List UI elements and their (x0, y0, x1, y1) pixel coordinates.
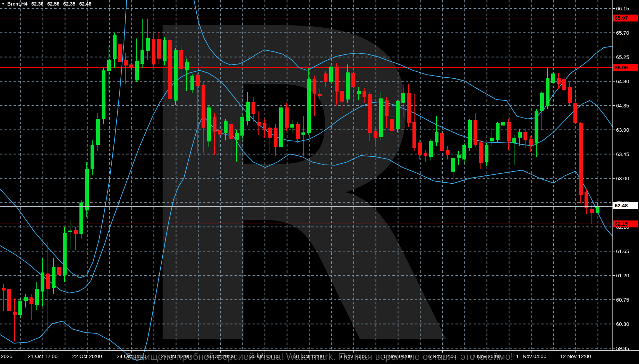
price-label: 63.00 (616, 175, 629, 181)
ohlc-open: 62.36 (31, 1, 43, 7)
ohlc-close: 62.48 (79, 1, 91, 7)
price-label: 60.75 (616, 297, 629, 303)
chart-header: ▼ Brent,H4 62.36 62.56 62.35 62.48 (1, 1, 91, 7)
price-label: 59.85 (616, 345, 629, 351)
level-badge-65-05: 65.05 (613, 64, 638, 71)
time-label: 11 Nov 04:00 (516, 353, 546, 359)
trading-chart-window: ▼ Brent,H4 62.36 62.56 62.35 62.48 66.15… (0, 0, 639, 364)
price-label: 61.20 (616, 272, 629, 278)
price-label: 65.70 (616, 30, 629, 36)
price-label: 64.35 (616, 103, 629, 109)
symbol-dropdown-icon[interactable]: ▼ (1, 1, 5, 6)
ohlc-high: 62.56 (47, 1, 59, 7)
time-label: 22 Oct 20:00 (72, 353, 102, 359)
watermark-trial-text: Защищено пробной версией Visual Watermar… (126, 352, 513, 362)
current-price-badge: 62.48 (613, 202, 638, 209)
time-label: 12 Nov 12:00 (560, 353, 591, 359)
price-label: 66.15 (616, 6, 629, 11)
price-label: 64.80 (616, 78, 629, 84)
level-badge-65-97: 65.97 (613, 15, 638, 21)
price-label: 63.90 (616, 127, 629, 133)
price-chart-canvas[interactable] (0, 0, 639, 364)
price-label: 65.25 (616, 54, 629, 60)
price-label: 63.45 (616, 151, 629, 157)
time-label: 21 Oct 12:00 (28, 353, 58, 359)
price-label: 61.65 (616, 248, 629, 254)
symbol-period-label: Brent,H4 (7, 1, 27, 7)
time-label: 20 Oct 2025 (0, 353, 12, 359)
price-label: 60.30 (616, 321, 629, 327)
ohlc-low: 62.35 (63, 1, 75, 7)
level-badge-62-15: 62.15 (613, 220, 638, 227)
